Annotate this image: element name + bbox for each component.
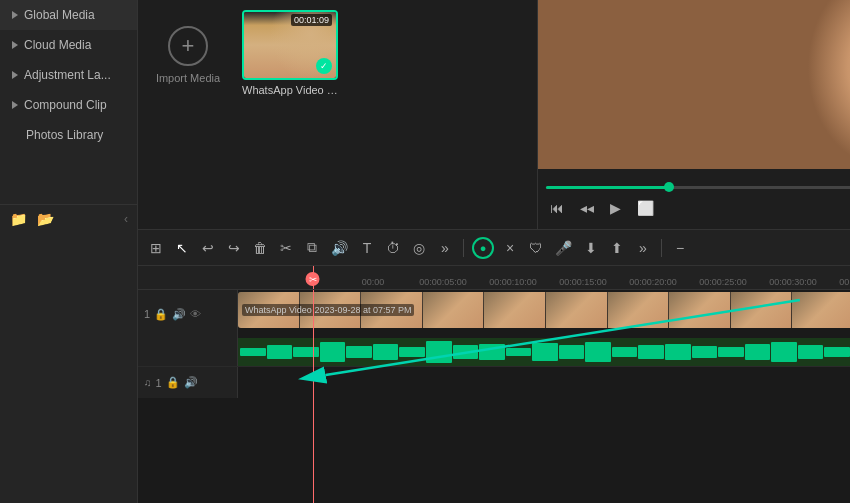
toolbar-copy-button[interactable]: ⧉ (302, 237, 322, 258)
progress-fill (546, 186, 669, 189)
sidebar-item-global-media[interactable]: Global Media (0, 0, 137, 30)
sidebar-item-cloud-media[interactable]: Cloud Media (0, 30, 137, 60)
progress-thumb (664, 182, 674, 192)
video-frame (546, 292, 607, 328)
toolbar-timer-button[interactable]: ⏱ (383, 238, 403, 258)
ruler-times: 00:00 00:00:05:00 00:00:10:00 00:00:15:0… (238, 277, 850, 287)
toolbar-down-button[interactable]: ⬇ (581, 238, 601, 258)
bottom-track-header: ♫ 1 🔒 🔊 (138, 367, 238, 398)
fullscreen-button[interactable]: ⬜ (633, 198, 658, 218)
video-frame (731, 292, 792, 328)
sidebar-label-adjustment: Adjustment La... (24, 68, 111, 82)
preview-buttons: ⏮ ◂◂ ▶ ⬜ { } ⊞ ⋯ ⬛ (546, 198, 850, 218)
preview-face (538, 0, 850, 169)
folder-add-icon[interactable]: 📂 (37, 211, 54, 227)
expand-icon (12, 71, 18, 79)
ruler-mark-4: 00:00:20:00 (618, 277, 688, 287)
sidebar-item-photos-library[interactable]: Photos Library (0, 120, 137, 150)
ruler-mark-5: 00:00:25:00 (688, 277, 758, 287)
folder-icon[interactable]: 📁 (10, 211, 27, 227)
wave-bar (373, 344, 399, 361)
track-area: 1 🔒 🔊 👁 WhatsApp Video 2023-09-28 at 07:… (138, 290, 850, 503)
play-button[interactable]: ▶ (606, 198, 625, 218)
toolbar-x-button[interactable]: × (500, 238, 520, 258)
import-media-label: Import Media (156, 72, 220, 84)
sidebar-item-compound-clip[interactable]: Compound Clip (0, 90, 137, 120)
main-area: + Import Media 00:01:09 ✓ WhatsApp Video… (138, 0, 850, 503)
toolbar-shield-button[interactable]: 🛡 (526, 238, 546, 258)
playhead-indicator: ✂ (307, 272, 320, 286)
wave-bar (240, 348, 266, 355)
prev-frame-button[interactable]: ⏮ (546, 198, 568, 218)
preview-panel: 00:00:10:23 ▪ ⏮ ◂◂ ▶ ⬜ { } ⊞ ⋯ ⬛ (538, 0, 850, 229)
toolbar-more2-button[interactable]: » (633, 238, 653, 258)
toolbar-up-button[interactable]: ⬆ (607, 238, 627, 258)
thumb-image: 00:01:09 ✓ (242, 10, 338, 80)
media-browser: + Import Media 00:01:09 ✓ WhatsApp Video… (138, 0, 538, 229)
toolbar-circle-button[interactable]: ◎ (409, 238, 429, 258)
wave-bar (267, 345, 293, 359)
media-thumb-whatsapp[interactable]: 00:01:09 ✓ WhatsApp Video 202... (240, 10, 340, 100)
sidebar-item-adjustment[interactable]: Adjustment La... (0, 60, 137, 90)
toolbar-mic-button[interactable]: 🎤 (552, 238, 575, 258)
bottom-track-row: ♫ 1 🔒 🔊 (138, 366, 850, 398)
music-track-lock-icon[interactable]: 🔒 (166, 376, 180, 389)
toolbar-text-button[interactable]: T (357, 238, 377, 258)
music-track-number: ♫ (144, 377, 152, 388)
video-frame (484, 292, 545, 328)
wave-bar (638, 345, 664, 359)
toolbar-cut-button[interactable]: ✂ (276, 238, 296, 258)
timeline-toolbar: ⊞ ↖ ↩ ↪ 🗑 ✂ ⧉ 🔊 T ⏱ ◎ » ● × 🛡 🎤 ⬇ ⬆ » (138, 230, 850, 266)
wave-bar (532, 343, 558, 361)
video-frame (423, 292, 484, 328)
video-clip[interactable]: WhatsApp Video 2023-09-28 at 07:57 PM (238, 292, 850, 328)
toolbar-separator (463, 239, 464, 257)
video-track-eye-icon[interactable]: 👁 (190, 308, 201, 320)
toolbar-green-circle-button[interactable]: ● (472, 237, 494, 259)
toolbar-separator2 (661, 239, 662, 257)
wave-bar (320, 342, 346, 361)
toolbar-select-button[interactable]: ↖ (172, 238, 192, 258)
ruler-mark-7: 00:00:35:00 (828, 277, 850, 287)
toolbar-more-button[interactable]: » (435, 238, 455, 258)
ruler-mark-0: 00:00 (338, 277, 408, 287)
toolbar-undo-button[interactable]: ↩ (198, 238, 218, 258)
sidebar-label-cloud-media: Cloud Media (24, 38, 91, 52)
video-track-lock-icon[interactable]: 🔒 (154, 308, 168, 321)
music-track-volume-icon[interactable]: 🔊 (184, 376, 198, 389)
sidebar-collapse-icon[interactable]: ‹ (124, 212, 128, 226)
video-frame (669, 292, 730, 328)
rewind-button[interactable]: ◂◂ (576, 198, 598, 218)
progress-bar-row: 00:00:10:23 ▪ (546, 180, 850, 194)
wave-bar (612, 347, 638, 357)
thumb-duration: 00:01:09 (291, 14, 332, 26)
wave-bar (293, 347, 319, 357)
import-media-button[interactable]: + Import Media (148, 10, 228, 100)
toolbar-grid-button[interactable]: ⊞ (146, 238, 166, 258)
wave-bar (585, 342, 611, 362)
progress-track[interactable] (546, 186, 850, 189)
video-clip-label: WhatsApp Video 2023-09-28 at 07:57 PM (242, 304, 414, 316)
wave-bar (771, 342, 797, 361)
wave-bar (426, 341, 452, 363)
toolbar-minus-button[interactable]: − (670, 238, 690, 258)
video-track-audio-icon[interactable]: 🔊 (172, 308, 186, 321)
toolbar-redo-button[interactable]: ↪ (224, 238, 244, 258)
expand-icon (12, 11, 18, 19)
wave-bar (453, 345, 479, 358)
playhead-diamond: ✂ (306, 272, 320, 286)
ruler-mark-1: 00:00:05:00 (408, 277, 478, 287)
wave-bar (824, 347, 850, 357)
wave-bar (479, 344, 505, 360)
wave-bar (346, 346, 372, 358)
thumb-label: WhatsApp Video 202... (242, 84, 338, 96)
import-plus-icon: + (168, 26, 208, 66)
wave-bar (692, 346, 718, 358)
ruler-mark-3: 00:00:15:00 (548, 277, 618, 287)
sidebar: Global Media Cloud Media Adjustment La..… (0, 0, 138, 503)
sidebar-label-global-media: Global Media (24, 8, 95, 22)
toolbar-audio-button[interactable]: 🔊 (328, 238, 351, 258)
toolbar-delete-button[interactable]: 🗑 (250, 238, 270, 258)
audio-track-row (138, 338, 850, 366)
wave-bar (798, 345, 824, 358)
